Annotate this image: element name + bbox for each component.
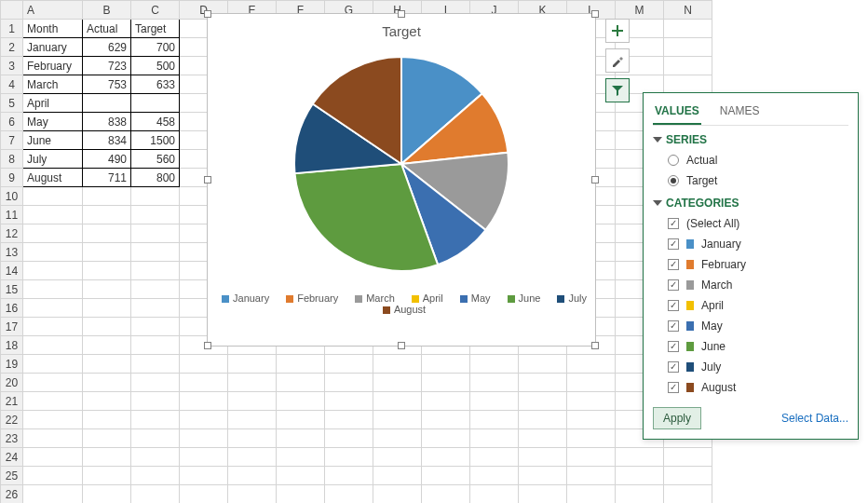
series-option[interactable]: Target [653, 170, 848, 191]
row-header[interactable]: 18 [1, 336, 23, 355]
cell[interactable]: 834 [83, 131, 131, 150]
cell[interactable] [83, 467, 131, 485]
cell[interactable] [83, 392, 131, 411]
cell[interactable] [131, 448, 180, 467]
cell[interactable]: January [23, 38, 83, 57]
cell[interactable] [23, 224, 83, 243]
cell[interactable] [277, 485, 325, 504]
row-header[interactable]: 6 [1, 113, 23, 131]
cell[interactable] [664, 448, 712, 467]
cell[interactable]: 838 [83, 113, 131, 131]
cell[interactable] [83, 243, 131, 262]
cell[interactable] [131, 187, 180, 206]
cell[interactable] [664, 467, 712, 485]
cell[interactable] [228, 355, 277, 374]
cell[interactable] [228, 411, 277, 429]
cell[interactable] [23, 467, 83, 485]
cell[interactable] [23, 243, 83, 262]
row-header[interactable]: 16 [1, 299, 23, 318]
column-header[interactable]: B [83, 1, 131, 20]
category-option[interactable]: April [653, 295, 848, 316]
chart-title[interactable]: Target [208, 14, 595, 43]
cell[interactable]: Actual [83, 20, 131, 38]
cell[interactable]: April [23, 94, 83, 113]
chart-legend[interactable]: JanuaryFebruaryMarchAprilMayJuneJulyAugu… [208, 285, 595, 326]
cell[interactable] [83, 318, 131, 336]
cell[interactable] [422, 374, 470, 392]
cell[interactable] [567, 411, 616, 429]
cell[interactable] [131, 94, 180, 113]
row-header[interactable]: 20 [1, 374, 23, 392]
cell[interactable] [373, 467, 422, 485]
cell[interactable] [23, 392, 83, 411]
cell[interactable]: 490 [83, 150, 131, 169]
cell[interactable] [83, 485, 131, 504]
cell[interactable] [325, 374, 373, 392]
category-option[interactable]: June [653, 336, 848, 357]
row-header[interactable]: 2 [1, 38, 23, 57]
resize-handle[interactable] [591, 342, 599, 349]
cell[interactable] [131, 355, 180, 374]
legend-item[interactable]: July [551, 292, 587, 304]
cell[interactable] [131, 374, 180, 392]
chart-elements-button[interactable] [605, 19, 630, 43]
cell[interactable] [470, 392, 519, 411]
apply-button[interactable]: Apply [653, 407, 701, 429]
cell[interactable] [23, 374, 83, 392]
row-header[interactable]: 14 [1, 262, 23, 280]
resize-handle[interactable] [591, 176, 599, 184]
cell[interactable] [422, 392, 470, 411]
cell[interactable] [277, 467, 325, 485]
category-option[interactable]: May [653, 316, 848, 336]
row-header[interactable]: 10 [1, 187, 23, 206]
cell[interactable] [616, 467, 664, 485]
cell[interactable] [131, 206, 180, 224]
row-header[interactable]: 23 [1, 429, 23, 448]
cell[interactable] [131, 262, 180, 280]
row-header[interactable]: 4 [1, 75, 23, 94]
cell[interactable] [325, 355, 373, 374]
category-option[interactable]: February [653, 254, 848, 275]
cell[interactable]: 800 [131, 169, 180, 187]
cell[interactable] [373, 374, 422, 392]
cell[interactable] [23, 429, 83, 448]
cell[interactable] [23, 411, 83, 429]
legend-item[interactable]: April [406, 292, 443, 304]
cell[interactable]: June [23, 131, 83, 150]
column-header[interactable]: A [23, 1, 83, 20]
cell[interactable] [23, 448, 83, 467]
cell[interactable] [373, 429, 422, 448]
cell[interactable] [567, 467, 616, 485]
cell[interactable]: Month [23, 20, 83, 38]
cell[interactable] [277, 448, 325, 467]
cell[interactable] [131, 280, 180, 299]
row-header[interactable]: 15 [1, 280, 23, 299]
cell[interactable] [83, 448, 131, 467]
row-header[interactable]: 3 [1, 57, 23, 75]
cell[interactable] [567, 374, 616, 392]
cell[interactable] [180, 355, 228, 374]
category-option[interactable]: August [653, 377, 848, 398]
cell[interactable] [23, 355, 83, 374]
pie-chart[interactable] [280, 43, 522, 285]
cell[interactable] [228, 374, 277, 392]
cell[interactable] [23, 187, 83, 206]
column-header[interactable]: N [664, 1, 712, 20]
resize-handle[interactable] [204, 10, 211, 18]
cell[interactable] [83, 280, 131, 299]
chart-container[interactable]: Target JanuaryFebruaryMarchAprilMayJuneJ… [207, 13, 596, 347]
cell[interactable] [470, 411, 519, 429]
cell[interactable] [23, 485, 83, 504]
cell[interactable] [131, 243, 180, 262]
cell[interactable] [470, 448, 519, 467]
cell[interactable] [664, 75, 712, 94]
cell[interactable] [373, 392, 422, 411]
cell[interactable]: 700 [131, 38, 180, 57]
chart-filters-button[interactable] [605, 78, 630, 102]
cell[interactable] [131, 485, 180, 504]
cell[interactable] [83, 299, 131, 318]
cell[interactable] [180, 374, 228, 392]
legend-item[interactable]: May [454, 292, 491, 304]
cell[interactable] [83, 411, 131, 429]
cell[interactable]: Target [131, 20, 180, 38]
